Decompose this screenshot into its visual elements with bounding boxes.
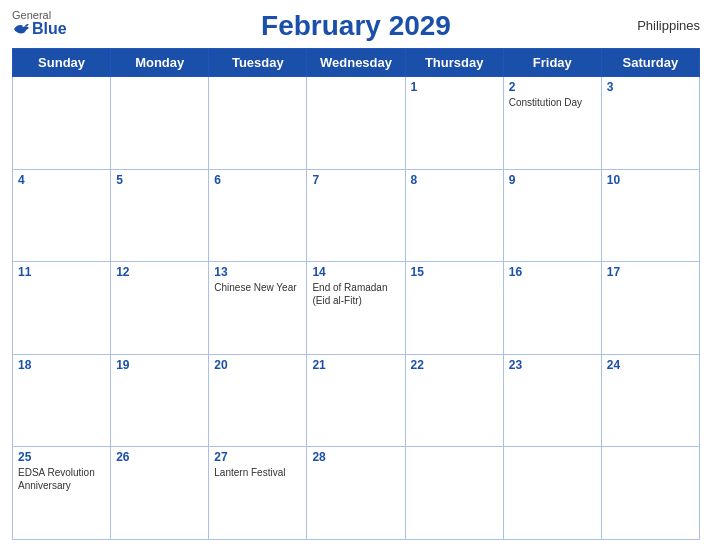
day-cell: 5 [111,169,209,262]
day-cell: 25EDSA Revolution Anniversary [13,447,111,540]
day-number: 25 [18,450,105,464]
day-cell: 23 [503,354,601,447]
logo-blue-container: Blue [12,21,67,37]
day-number: 21 [312,358,399,372]
day-cell: 26 [111,447,209,540]
day-number: 3 [607,80,694,94]
holiday-label: Chinese New Year [214,281,301,294]
day-cell: 27Lantern Festival [209,447,307,540]
day-number: 9 [509,173,596,187]
day-cell [307,77,405,170]
day-number: 1 [411,80,498,94]
day-cell [503,447,601,540]
day-number: 18 [18,358,105,372]
day-cell: 4 [13,169,111,262]
header-tuesday: Tuesday [209,49,307,77]
week-row-2: 111213Chinese New Year14End of Ramadan (… [13,262,700,355]
day-cell [405,447,503,540]
day-cell: 20 [209,354,307,447]
day-cell: 13Chinese New Year [209,262,307,355]
header-wednesday: Wednesday [307,49,405,77]
country-label: Philippines [637,18,700,33]
day-cell [13,77,111,170]
day-number: 23 [509,358,596,372]
day-number: 13 [214,265,301,279]
day-number: 7 [312,173,399,187]
day-number: 2 [509,80,596,94]
day-number: 5 [116,173,203,187]
day-cell: 14End of Ramadan (Eid al-Fitr) [307,262,405,355]
day-cell: 24 [601,354,699,447]
day-cell: 7 [307,169,405,262]
day-number: 27 [214,450,301,464]
day-number: 24 [607,358,694,372]
calendar-header: General Blue February 2029 Philippines [12,10,700,42]
holiday-label: Constitution Day [509,96,596,109]
day-cell [111,77,209,170]
header-thursday: Thursday [405,49,503,77]
day-cell: 1 [405,77,503,170]
day-cell: 9 [503,169,601,262]
holiday-label: Lantern Festival [214,466,301,479]
day-number: 28 [312,450,399,464]
day-number: 17 [607,265,694,279]
day-number: 16 [509,265,596,279]
day-cell: 6 [209,169,307,262]
logo-blue-text: Blue [32,21,67,37]
day-number: 10 [607,173,694,187]
header-monday: Monday [111,49,209,77]
holiday-label: End of Ramadan (Eid al-Fitr) [312,281,399,307]
day-cell: 19 [111,354,209,447]
day-cell: 2Constitution Day [503,77,601,170]
logo-bird-icon [12,22,30,36]
day-cell: 21 [307,354,405,447]
day-number: 19 [116,358,203,372]
day-cell: 12 [111,262,209,355]
header-saturday: Saturday [601,49,699,77]
page: General Blue February 2029 Philippines S… [0,0,712,550]
day-number: 14 [312,265,399,279]
day-cell: 17 [601,262,699,355]
week-row-4: 25EDSA Revolution Anniversary2627Lantern… [13,447,700,540]
day-number: 26 [116,450,203,464]
holiday-label: EDSA Revolution Anniversary [18,466,105,492]
day-number: 20 [214,358,301,372]
calendar-title: February 2029 [261,10,451,42]
logo: General Blue [12,10,67,37]
week-row-3: 18192021222324 [13,354,700,447]
week-row-0: 12Constitution Day3 [13,77,700,170]
day-number: 4 [18,173,105,187]
week-row-1: 45678910 [13,169,700,262]
day-cell: 10 [601,169,699,262]
day-cell: 18 [13,354,111,447]
header-sunday: Sunday [13,49,111,77]
day-number: 11 [18,265,105,279]
day-number: 8 [411,173,498,187]
day-cell: 11 [13,262,111,355]
day-cell: 28 [307,447,405,540]
day-cell: 8 [405,169,503,262]
day-cell [601,447,699,540]
day-number: 6 [214,173,301,187]
day-cell: 15 [405,262,503,355]
calendar-table: Sunday Monday Tuesday Wednesday Thursday… [12,48,700,540]
day-cell: 22 [405,354,503,447]
day-number: 15 [411,265,498,279]
day-number: 12 [116,265,203,279]
day-cell [209,77,307,170]
day-cell: 3 [601,77,699,170]
day-cell: 16 [503,262,601,355]
header-friday: Friday [503,49,601,77]
days-header-row: Sunday Monday Tuesday Wednesday Thursday… [13,49,700,77]
day-number: 22 [411,358,498,372]
